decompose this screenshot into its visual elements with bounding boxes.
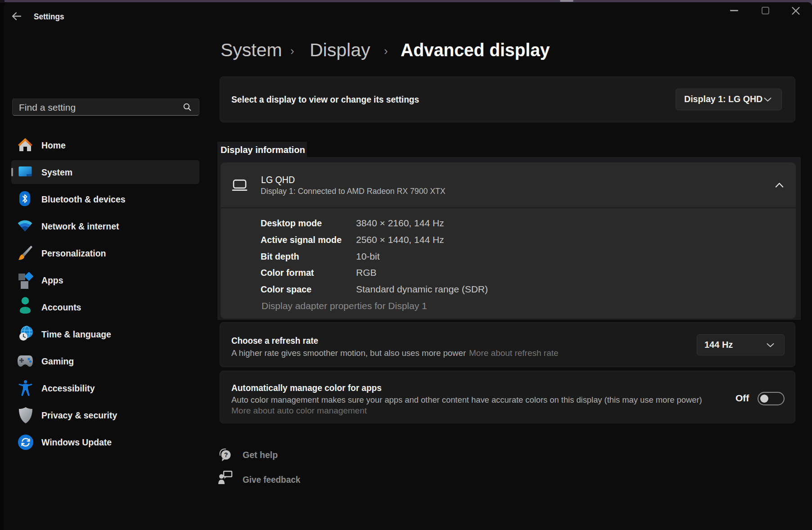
svg-text:?: ?	[224, 451, 228, 458]
